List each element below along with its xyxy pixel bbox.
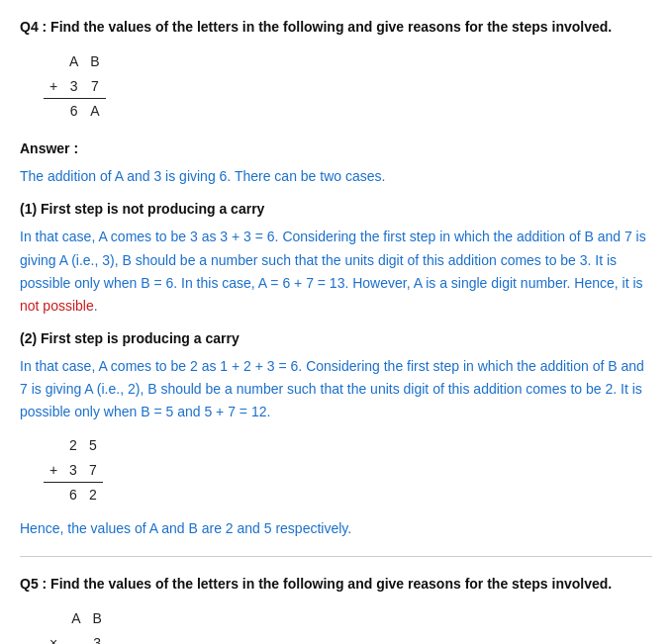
- q5-title: Q5 : Find the values of the letters in t…: [20, 573, 652, 595]
- q4-sol-r2c1: 3: [63, 458, 83, 483]
- not-possible-text: not possible: [20, 298, 94, 314]
- q4-problem-table: A B + 3 7 6 A: [44, 49, 106, 123]
- q4-case2-text: In that case, A comes to be 2 as 1 + 2 +…: [20, 355, 652, 423]
- q4-result-row: 6 A: [44, 99, 106, 124]
- q5-row1-c1: 3: [86, 631, 107, 644]
- q4-intro: The addition of A and 3 is giving 6. The…: [20, 165, 652, 188]
- q4-problem: A B + 3 7 6 A: [44, 49, 652, 123]
- q4-answer-label: Answer :: [20, 138, 652, 159]
- q5-header-a: A: [65, 606, 86, 630]
- q4-conclusion: Hence, the values of A and B are 2 and 5…: [20, 517, 652, 540]
- q4-sol-r2c2: 7: [83, 458, 103, 483]
- q4-sol-res-c1: 6: [63, 483, 83, 507]
- q5-problem-table: A B × 3 C A B: [44, 606, 108, 644]
- q4-row1-c2: 7: [84, 74, 105, 99]
- q4-sol-res-c2: 2: [83, 483, 103, 507]
- q4-header-row: A B: [44, 49, 106, 73]
- q4-case1-text: In that case, A comes to be 3 as 3 + 3 =…: [20, 226, 652, 317]
- section-divider: [20, 556, 652, 557]
- q4-sol-r1c2: 5: [83, 433, 103, 457]
- question-4: Q4 : Find the values of the letters in t…: [20, 16, 652, 540]
- q5-op: ×: [44, 631, 65, 644]
- q4-sol-result: 6 2: [44, 483, 103, 507]
- q4-op: +: [44, 74, 63, 99]
- question-5: Q5 : Find the values of the letters in t…: [20, 573, 652, 644]
- q5-header-b: B: [86, 606, 107, 630]
- q4-result-c1: 6: [63, 99, 84, 124]
- q4-header-a: A: [63, 49, 84, 73]
- q4-title: Q4 : Find the values of the letters in t…: [20, 16, 652, 38]
- q4-sol-r1c1: 2: [63, 433, 83, 457]
- q5-header-row: A B: [44, 606, 108, 630]
- q4-sol-op: +: [44, 458, 63, 483]
- q4-case2-heading: (2) First step is producing a carry: [20, 327, 652, 349]
- q4-header-b: B: [84, 49, 105, 73]
- q5-op-row: × 3: [44, 631, 108, 644]
- q4-row1-c1: 3: [63, 74, 84, 99]
- q4-case1-heading: (1) First step is not producing a carry: [20, 198, 652, 220]
- q4-op-row: + 3 7: [44, 74, 106, 99]
- q4-solution: 2 5 + 3 7 6 2: [44, 433, 652, 506]
- q4-result-c2: A: [84, 99, 105, 124]
- q4-solution-table: 2 5 + 3 7 6 2: [44, 433, 103, 506]
- q4-sol-row2: + 3 7: [44, 458, 103, 483]
- q5-problem: A B × 3 C A B: [44, 606, 652, 644]
- q4-sol-row1: 2 5: [44, 433, 103, 457]
